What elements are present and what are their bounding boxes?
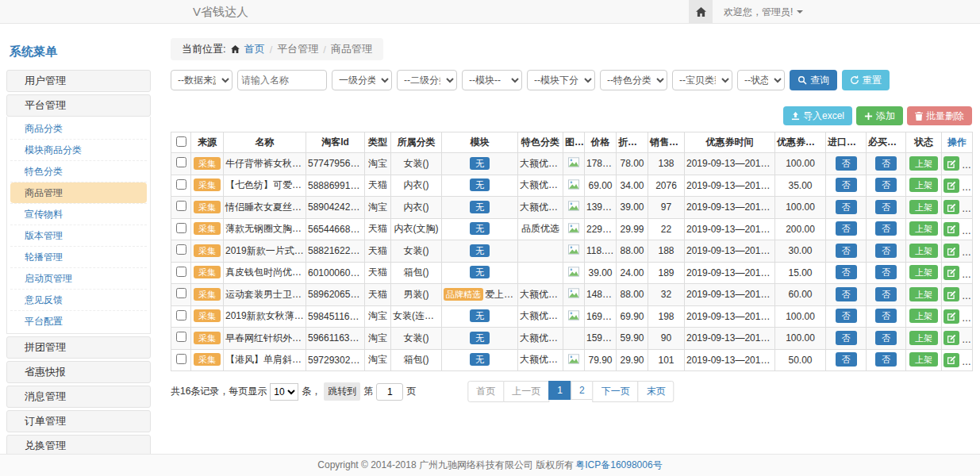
status-badge[interactable]: 上架	[909, 178, 938, 192]
import-select-toggle[interactable]: 否	[836, 265, 857, 279]
edit-button[interactable]	[943, 244, 959, 258]
row-checkbox[interactable]	[176, 179, 186, 190]
row-checkbox[interactable]	[176, 288, 186, 298]
import-select-toggle[interactable]: 否	[836, 200, 857, 214]
module-badge[interactable]: 无	[470, 222, 490, 235]
filter-select-level2-category[interactable]: --二级分类--	[397, 70, 457, 90]
must-buy-toggle[interactable]: 否	[875, 156, 897, 171]
must-buy-toggle[interactable]: 否	[875, 352, 897, 367]
sidebar-group-groupbuy-management[interactable]: 拼团管理	[6, 336, 151, 359]
edit-button[interactable]	[943, 309, 959, 324]
status-badge[interactable]: 上架	[909, 244, 938, 258]
home-button[interactable]	[689, 0, 713, 24]
must-buy-toggle[interactable]: 否	[875, 178, 897, 192]
sidebar-item-platform-config[interactable]: 平台配置	[10, 311, 147, 332]
module-badge[interactable]: 无	[470, 157, 490, 170]
must-buy-toggle[interactable]: 否	[875, 309, 897, 323]
filter-select-level1-category[interactable]: 一级分类	[332, 70, 392, 90]
module-badge[interactable]: 无	[470, 178, 490, 191]
row-checkbox[interactable]	[176, 332, 186, 342]
import-select-toggle[interactable]: 否	[836, 309, 857, 323]
sidebar-item-version-management[interactable]: 版本管理	[10, 225, 147, 246]
jump-page-input[interactable]	[376, 383, 403, 401]
import-select-toggle[interactable]: 否	[836, 352, 857, 367]
module-badge[interactable]: 无	[470, 309, 490, 322]
status-badge[interactable]: 上架	[909, 309, 938, 323]
select-all-checkbox[interactable]	[176, 136, 186, 147]
import-select-toggle[interactable]: 否	[836, 178, 857, 192]
row-checkbox[interactable]	[176, 223, 186, 233]
name-search-input[interactable]	[237, 70, 327, 90]
sidebar-item-feature-category[interactable]: 特色分类	[10, 161, 147, 182]
row-checkbox[interactable]	[176, 354, 186, 364]
import-excel-button[interactable]: 导入excel	[783, 106, 852, 125]
sidebar-group-platform-management[interactable]: 平台管理	[6, 94, 151, 117]
filter-select-module-subcategory[interactable]: --模块下分类--	[527, 70, 595, 90]
status-badge[interactable]: 上架	[909, 221, 938, 236]
edit-button[interactable]	[943, 353, 959, 367]
row-checkbox[interactable]	[176, 157, 186, 167]
must-buy-toggle[interactable]: 否	[875, 221, 897, 236]
must-buy-toggle[interactable]: 否	[875, 331, 897, 345]
sidebar-group-exchange-management[interactable]: 兑换管理	[6, 435, 151, 454]
edit-button[interactable]	[943, 287, 959, 301]
sidebar-group-order-management[interactable]: 订单管理	[6, 410, 151, 432]
sidebar-group-message-management[interactable]: 消息管理	[6, 386, 151, 408]
status-badge[interactable]: 上架	[909, 331, 938, 345]
pager-button[interactable]: 末页	[638, 381, 674, 402]
sidebar-item-goods-category[interactable]: 商品分类	[10, 118, 147, 139]
module-badge[interactable]: 无	[470, 353, 490, 366]
row-checkbox[interactable]	[176, 201, 186, 211]
edit-button[interactable]	[943, 156, 959, 171]
status-badge[interactable]: 上架	[909, 265, 938, 279]
sidebar-item-module-goods-category[interactable]: 模块商品分类	[10, 140, 147, 160]
must-buy-toggle[interactable]: 否	[875, 265, 897, 279]
filter-select-status[interactable]: --状态--	[737, 70, 785, 90]
filter-select-item-type[interactable]: --宝贝类型--	[672, 70, 732, 90]
icp-link[interactable]: 粤ICP备16098006号	[575, 459, 662, 472]
sidebar-item-carousel-management[interactable]: 轮播管理	[10, 247, 147, 267]
status-badge[interactable]: 上架	[909, 156, 938, 171]
breadcrumb-home-link[interactable]: 首页	[244, 42, 265, 56]
pager-button[interactable]: 2	[571, 381, 594, 400]
import-select-toggle[interactable]: 否	[836, 221, 857, 236]
module-badge[interactable]: 无	[470, 332, 490, 344]
user-dropdown[interactable]: 欢迎您，管理员!	[724, 6, 803, 19]
must-buy-toggle[interactable]: 否	[875, 244, 897, 258]
row-checkbox[interactable]	[176, 310, 186, 321]
pager-button[interactable]: 1	[548, 381, 571, 400]
pager-button[interactable]: 下一页	[593, 381, 639, 402]
sidebar-item-goods-management[interactable]: 商品管理	[10, 182, 147, 203]
add-button[interactable]: 添加	[856, 106, 903, 125]
pager-button[interactable]: 上一页	[503, 381, 549, 402]
must-buy-toggle[interactable]: 否	[875, 287, 897, 301]
reset-button[interactable]: 重置	[842, 70, 890, 90]
sidebar-item-promo-materials[interactable]: 宣传物料	[10, 204, 147, 225]
import-select-toggle[interactable]: 否	[836, 331, 857, 345]
pager-button[interactable]: 首页	[467, 381, 504, 402]
row-checkbox[interactable]	[176, 244, 186, 255]
module-badge[interactable]: 无	[470, 244, 490, 257]
page-size-select[interactable]: 10	[270, 383, 298, 401]
filter-select-feature-category[interactable]: --特色分类--	[600, 70, 667, 90]
jump-to-button[interactable]: 跳转到	[324, 382, 360, 401]
import-select-toggle[interactable]: 否	[836, 287, 857, 301]
module-badge[interactable]: 无	[470, 201, 490, 213]
sidebar-item-splash-page-management[interactable]: 启动页管理	[10, 268, 147, 289]
import-select-toggle[interactable]: 否	[836, 244, 857, 258]
edit-button[interactable]	[943, 331, 959, 345]
edit-button[interactable]	[943, 178, 959, 193]
row-checkbox[interactable]	[176, 267, 186, 277]
module-badge[interactable]: 无	[470, 266, 490, 278]
status-badge[interactable]: 上架	[909, 200, 938, 214]
edit-button[interactable]	[943, 222, 959, 236]
filter-select-data-source[interactable]: --数据来源--	[171, 70, 233, 90]
filter-select-module[interactable]: --模块--	[462, 70, 522, 90]
sidebar-group-user-management[interactable]: 用户管理	[6, 70, 151, 92]
edit-button[interactable]	[943, 266, 959, 280]
batch-delete-button[interactable]: 批量删除	[907, 106, 972, 125]
edit-button[interactable]	[943, 200, 959, 214]
sidebar-group-saving-express[interactable]: 省惠快报	[6, 361, 151, 383]
search-button[interactable]: 查询	[790, 70, 837, 90]
must-buy-toggle[interactable]: 否	[875, 200, 897, 214]
